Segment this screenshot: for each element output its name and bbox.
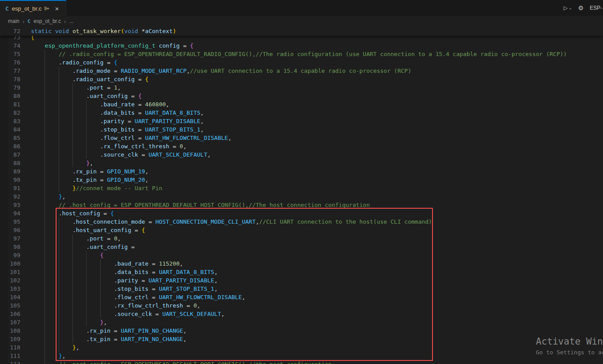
code-line[interactable]: 94 .host_config = { [0, 209, 603, 218]
code-text: }, [31, 318, 107, 326]
line-number: 101 [0, 268, 20, 276]
code-text: .source_clk = UART_SCLK_DEFAULT, [31, 150, 211, 159]
code-line[interactable]: 92 }, [0, 192, 603, 201]
code-text: .tx_pin = GPIO_NUM_20, [31, 176, 148, 184]
code-line[interactable]: 82 .data_bits = UART_DATA_8_BITS, [0, 109, 603, 117]
sticky-scroll-line[interactable]: 72 static void ot_task_worker(void *aCon… [0, 26, 603, 36]
breadcrumb-file[interactable]: esp_ot_br.c [34, 18, 61, 24]
watermark-line2: Go to Settings to activa [536, 349, 603, 356]
code-line[interactable]: 89 .rx_pin = GPIO_NUM_19, [0, 167, 603, 176]
code-line[interactable]: 88 }, [0, 159, 603, 167]
code-line[interactable]: 103 .stop_bits = UART_STOP_BITS_1, [0, 285, 603, 293]
line-number: 89 [0, 167, 20, 176]
code-line[interactable]: 111 }, [0, 352, 603, 360]
line-number: 106 [0, 310, 20, 318]
line-number: 78 [0, 75, 20, 83]
code-line[interactable]: 100 .baud_rate = 115200, [0, 259, 603, 268]
line-number: 79 [0, 83, 20, 92]
run-debug-button[interactable]: ▷ ⌄ [564, 5, 572, 11]
code-line[interactable]: 98 .uart_config = [0, 243, 603, 251]
code-editor[interactable]: 73{74 esp_openthread_platform_config_t c… [0, 26, 603, 364]
line-number: 96 [0, 226, 20, 234]
line-number: 109 [0, 335, 20, 343]
tab-esp-ot-br[interactable]: C esp_ot_br.c 9+ × [0, 0, 66, 16]
code-line[interactable]: 109 .tx_pin = UART_PIN_NO_CHANGE, [0, 335, 603, 343]
code-line[interactable]: 86 .rx_flow_ctrl_thresh = 0, [0, 142, 603, 150]
code-text: // .host_config = ESP_OPENTHREAD_DEFAULT… [31, 201, 370, 209]
code-text: }, [31, 192, 65, 201]
close-icon[interactable]: × [55, 5, 59, 12]
code-line[interactable]: 108 .rx_pin = UART_PIN_NO_CHANGE, [0, 326, 603, 335]
line-number: 102 [0, 276, 20, 285]
code-text: .baud_rate = 115200, [31, 259, 183, 268]
line-number: 112 [0, 360, 20, 364]
code-line[interactable]: 76 .radio_config = { [0, 58, 603, 67]
code-line[interactable]: 101 .data_bits = UART_DATA_8_BITS, [0, 268, 603, 276]
code-text: .radio_mode = RADIO_MODE_UART_RCP,//use … [31, 67, 411, 75]
code-line[interactable]: 112 // .port_config = ESP_OPENTHREAD_DEF… [0, 360, 603, 364]
code-line[interactable]: 105 .rx_flow_ctrl_thresh = 0, [0, 301, 603, 310]
code-line[interactable]: 79 .port = 1, [0, 83, 603, 92]
line-number: 100 [0, 259, 20, 268]
code-line[interactable]: 90 .tx_pin = GPIO_NUM_20, [0, 176, 603, 184]
line-number: 104 [0, 293, 20, 301]
code-line[interactable]: 95 .host_connection_mode = HOST_CONNECTI… [0, 218, 603, 226]
line-number: 95 [0, 218, 20, 226]
code-line[interactable]: 93 // .host_config = ESP_OPENTHREAD_DEFA… [0, 201, 603, 209]
code-text: .uart_config = [31, 243, 135, 251]
breadcrumb: main › C esp_ot_br.c › ... [0, 16, 603, 26]
activate-windows-watermark: Activate Windows Go to Settings to activ… [536, 336, 603, 356]
code-line[interactable]: 106 .source_clk = UART_SCLK_DEFAULT, [0, 310, 603, 318]
breadcrumb-more[interactable]: ... [69, 18, 73, 24]
line-number: 98 [0, 243, 20, 251]
line-number: 111 [0, 352, 20, 360]
code-line[interactable]: 80 .uart_config = { [0, 92, 603, 100]
code-line[interactable]: 96 .host_uart_config = { [0, 226, 603, 234]
code-line[interactable]: 87 .source_clk = UART_SCLK_DEFAULT, [0, 150, 603, 159]
code-text: .rx_flow_ctrl_thresh = 0, [31, 142, 186, 150]
code-line[interactable]: 77 .radio_mode = RADIO_MODE_UART_RCP,//u… [0, 67, 603, 75]
line-number: 76 [0, 58, 20, 67]
code-line[interactable]: 83 .parity = UART_PARITY_DISABLE, [0, 117, 603, 125]
chevron-down-icon: ⌄ [569, 6, 572, 10]
esp-extension-label[interactable]: ESP- [590, 5, 602, 11]
code-line[interactable]: 110 }, [0, 343, 603, 352]
code-text: .port = 0, [31, 234, 121, 243]
code-line[interactable]: 81 .baud_rate = 460800, [0, 100, 603, 109]
code-text: .baud_rate = 460800, [31, 100, 169, 109]
line-number: 90 [0, 176, 20, 184]
code-text: esp_openthread_platform_config_t config … [31, 41, 193, 50]
code-text: .tx_pin = UART_PIN_NO_CHANGE, [31, 335, 186, 343]
line-number: 105 [0, 301, 20, 310]
code-line[interactable]: 74 esp_openthread_platform_config_t conf… [0, 41, 603, 50]
code-line[interactable]: 97 .port = 0, [0, 234, 603, 243]
code-text: .radio_uart_config = { [31, 75, 148, 83]
code-text: .flow_ctrl = UART_HW_FLOWCTRL_DISABLE, [31, 293, 245, 301]
code-line[interactable]: 102 .parity = UART_PARITY_DISABLE, [0, 276, 603, 285]
code-text: .rx_pin = UART_PIN_NO_CHANGE, [31, 326, 186, 335]
code-text: // .radio_config = ESP_OPENTHREAD_DEFAUL… [31, 50, 567, 58]
code-line[interactable]: 78 .radio_uart_config = { [0, 75, 603, 83]
code-line[interactable]: 91 }//connet mode -- Uart Pin [0, 184, 603, 192]
line-number: 75 [0, 50, 20, 58]
code-text: .host_connection_mode = HOST_CONNECTION_… [31, 218, 432, 226]
code-text: }//connet mode -- Uart Pin [31, 184, 162, 192]
sticky-code: static void ot_task_worker(void *aContex… [31, 26, 176, 36]
code-text: .source_clk = UART_SCLK_DEFAULT, [31, 310, 224, 318]
code-text: .uart_config = { [31, 92, 141, 100]
breadcrumb-folder[interactable]: main [8, 18, 19, 24]
code-line[interactable]: 75 // .radio_config = ESP_OPENTHREAD_DEF… [0, 50, 603, 58]
run-icon: ▷ [564, 5, 568, 11]
code-line[interactable]: 107 }, [0, 318, 603, 326]
line-number: 77 [0, 67, 20, 75]
line-number: 103 [0, 285, 20, 293]
gear-icon[interactable]: ⚙ [578, 4, 584, 11]
code-line[interactable]: 104 .flow_ctrl = UART_HW_FLOWCTRL_DISABL… [0, 293, 603, 301]
line-number: 74 [0, 41, 20, 50]
vscode-window: C esp_ot_br.c 9+ × ▷ ⌄ ⚙ ESP- main › C e… [0, 0, 603, 364]
code-line[interactable]: 99 { [0, 251, 603, 259]
code-line[interactable]: 85 .flow_ctrl = UART_HW_FLOWCTRL_DISABLE… [0, 134, 603, 142]
code-line[interactable]: 84 .stop_bits = UART_STOP_BITS_1, [0, 125, 603, 134]
code-text: .port = 1, [31, 83, 121, 92]
line-number: 85 [0, 134, 20, 142]
